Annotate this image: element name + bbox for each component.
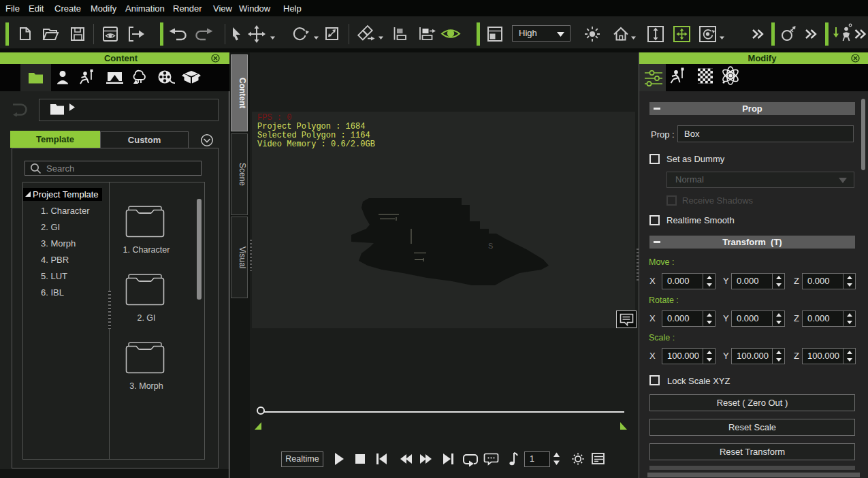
svg-text:S: S <box>488 242 493 250</box>
